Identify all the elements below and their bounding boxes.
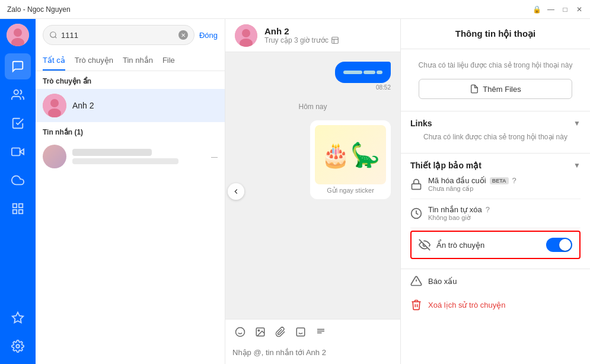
nav-item-tasks[interactable] bbox=[5, 110, 31, 136]
emoji-button[interactable] bbox=[232, 324, 248, 342]
sticker-button[interactable] bbox=[293, 324, 308, 342]
section-hidden-label: Trò chuyện ẩn bbox=[36, 71, 225, 89]
contact-item-anh2[interactable]: Anh 2 bbox=[36, 89, 225, 122]
close-button[interactable]: ✕ bbox=[576, 6, 583, 13]
user-avatar[interactable] bbox=[7, 24, 29, 46]
files-section: Chưa có tài liệu được chia sẻ trong hội … bbox=[401, 49, 590, 111]
tab-tro-chuyen[interactable]: Trò chuyện bbox=[75, 51, 113, 71]
security-item-encryption: Mã hóa đầu cuối BETA ? Chưa nâng cấp bbox=[410, 170, 581, 199]
security-chevron-icon: ▼ bbox=[573, 161, 581, 170]
warning-icon bbox=[410, 275, 422, 287]
nav-item-contacts[interactable] bbox=[5, 82, 31, 108]
image-button[interactable] bbox=[253, 324, 268, 342]
chat-header-avatar bbox=[235, 24, 257, 47]
sticker-area: 🎂🦕 Gửi ngay sticker bbox=[235, 120, 391, 199]
app-title: Zalo - Ngoc Nguyen bbox=[7, 5, 71, 14]
main-layout: ✕ Đóng Tất cả Trò chuyện Tin nhắn File T… bbox=[0, 19, 590, 364]
hide-conv-label: Ẩn trò chuyện bbox=[436, 241, 540, 250]
dot-3 bbox=[377, 71, 382, 74]
message-out: 08:52 bbox=[335, 62, 391, 91]
beta-badge: BETA bbox=[490, 177, 509, 184]
left-nav bbox=[0, 19, 36, 364]
trash-icon bbox=[410, 299, 422, 311]
hide-conv-toggle[interactable] bbox=[546, 238, 572, 252]
message-dots-bubble bbox=[335, 62, 391, 83]
autodelete-sublabel: Không bao giờ bbox=[428, 214, 581, 222]
svg-rect-9 bbox=[19, 210, 23, 213]
nav-item-video[interactable] bbox=[5, 139, 31, 165]
sticker-prev-button[interactable] bbox=[228, 183, 244, 200]
chat-status-icon bbox=[331, 36, 339, 44]
tab-file[interactable]: File bbox=[162, 51, 175, 71]
search-box[interactable]: ✕ bbox=[43, 25, 194, 45]
chat-input-toolbar bbox=[232, 324, 393, 342]
nav-item-favorites[interactable] bbox=[5, 305, 31, 331]
svg-rect-6 bbox=[13, 204, 17, 207]
right-panel: Thông tin hội thoại Chưa có tài liệu đượ… bbox=[400, 19, 590, 364]
msg-avatar bbox=[43, 145, 66, 168]
nav-item-settings[interactable] bbox=[5, 333, 31, 359]
svg-rect-5 bbox=[12, 148, 20, 156]
encryption-sublabel: Chưa nâng cấp bbox=[428, 185, 581, 193]
file-icon bbox=[470, 84, 479, 94]
chat-area: Anh 2 Truy cập 3 giờ trước bbox=[225, 19, 400, 364]
attachment-button[interactable] bbox=[273, 324, 288, 342]
add-files-button[interactable]: Thêm Files bbox=[419, 79, 572, 99]
report-action[interactable]: Báo xấu bbox=[401, 269, 590, 293]
contact-avatar bbox=[43, 94, 66, 117]
svg-point-18 bbox=[242, 29, 250, 37]
timer-icon bbox=[410, 207, 422, 219]
security-title: Thiết lập bảo mật bbox=[410, 161, 481, 170]
svg-point-23 bbox=[236, 328, 245, 337]
chat-input[interactable] bbox=[232, 346, 393, 359]
links-section-header[interactable]: Links ▼ bbox=[410, 119, 581, 128]
svg-point-12 bbox=[50, 32, 56, 37]
dots-indicator bbox=[343, 66, 382, 78]
svg-rect-20 bbox=[332, 37, 339, 44]
msg-name bbox=[72, 149, 152, 156]
search-input[interactable] bbox=[61, 31, 175, 40]
sticker-label: Gửi ngay sticker bbox=[315, 187, 386, 194]
nav-item-chat[interactable] bbox=[5, 53, 31, 79]
tab-tin-nhan[interactable]: Tin nhắn bbox=[123, 51, 153, 71]
autodelete-help-icon[interactable]: ? bbox=[486, 205, 490, 214]
delete-history-action[interactable]: Xoá lịch sử trò chuyện bbox=[401, 293, 590, 317]
hide-icon bbox=[419, 239, 430, 251]
chat-input-area bbox=[225, 319, 400, 364]
svg-rect-7 bbox=[19, 204, 23, 207]
tab-all[interactable]: Tất cả bbox=[43, 51, 65, 71]
sidebar-tabs: Tất cả Trò chuyện Tin nhắn File bbox=[36, 51, 225, 71]
search-icon bbox=[49, 31, 58, 39]
autodelete-info: Tin nhắn tự xóa ? Không bao giờ bbox=[428, 205, 581, 222]
search-clear-button[interactable]: ✕ bbox=[178, 30, 188, 40]
msg-info bbox=[72, 149, 205, 164]
svg-point-1 bbox=[14, 28, 22, 37]
minimize-button[interactable]: — bbox=[547, 6, 554, 13]
encryption-help-icon[interactable]: ? bbox=[512, 176, 516, 185]
security-section-header[interactable]: Thiết lập bảo mật ▼ bbox=[410, 161, 581, 170]
hide-conversation-item: Ẩn trò chuyện bbox=[410, 231, 581, 259]
links-title: Links bbox=[410, 119, 432, 128]
nav-item-apps[interactable] bbox=[5, 196, 31, 222]
message-bubble-wrap: 08:52 bbox=[235, 62, 391, 91]
msg-meta: — bbox=[211, 153, 218, 160]
message-item[interactable]: — bbox=[36, 140, 225, 173]
contact-name: Anh 2 bbox=[72, 101, 94, 110]
close-search-button[interactable]: Đóng bbox=[199, 31, 218, 40]
svg-marker-4 bbox=[20, 149, 24, 154]
nav-item-cloud[interactable] bbox=[5, 167, 31, 193]
chat-header-info: Anh 2 Truy cập 3 giờ trước bbox=[264, 26, 391, 44]
encryption-info: Mã hóa đầu cuối BETA ? Chưa nâng cấp bbox=[428, 176, 581, 193]
maximize-button[interactable]: □ bbox=[562, 6, 569, 13]
svg-point-11 bbox=[16, 344, 20, 348]
svg-rect-28 bbox=[296, 328, 305, 336]
search-area: ✕ Đóng bbox=[36, 19, 225, 51]
date-divider: Hôm nay bbox=[235, 103, 391, 111]
section-messages-label: Tin nhắn (1) bbox=[36, 122, 225, 140]
report-label: Báo xấu bbox=[428, 277, 457, 286]
svg-point-3 bbox=[14, 90, 18, 94]
message-time: 08:52 bbox=[376, 84, 391, 91]
mention-button[interactable] bbox=[313, 324, 329, 342]
svg-point-27 bbox=[258, 330, 259, 331]
svg-rect-34 bbox=[412, 184, 421, 189]
